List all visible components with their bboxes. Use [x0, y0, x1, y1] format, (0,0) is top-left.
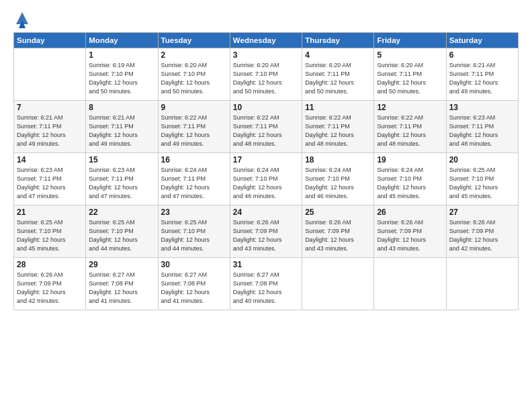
day-number: 16	[161, 155, 227, 165]
day-info: Sunrise: 6:20 AM Sunset: 7:11 PM Dayligh…	[377, 61, 443, 96]
day-number: 20	[449, 155, 515, 165]
calendar-cell: 31Sunrise: 6:27 AM Sunset: 7:08 PM Dayli…	[230, 258, 302, 310]
calendar-cell: 21Sunrise: 6:25 AM Sunset: 7:10 PM Dayli…	[14, 205, 86, 258]
day-number: 10	[233, 103, 299, 112]
day-info: Sunrise: 6:24 AM Sunset: 7:10 PM Dayligh…	[377, 166, 443, 201]
week-row-0: 1Sunrise: 6:19 AM Sunset: 7:10 PM Daylig…	[14, 48, 519, 101]
day-info: Sunrise: 6:23 AM Sunset: 7:11 PM Dayligh…	[449, 113, 515, 148]
day-number: 18	[305, 155, 371, 165]
header-day-monday: Monday	[86, 33, 158, 48]
calendar-cell: 4Sunrise: 6:20 AM Sunset: 7:11 PM Daylig…	[302, 48, 374, 101]
day-info: Sunrise: 6:19 AM Sunset: 7:10 PM Dayligh…	[89, 61, 154, 96]
day-number: 11	[305, 103, 371, 112]
day-number: 9	[161, 103, 227, 112]
day-number: 14	[17, 155, 83, 165]
day-info: Sunrise: 6:26 AM Sunset: 7:09 PM Dayligh…	[233, 218, 299, 253]
header	[13, 12, 519, 27]
calendar-cell	[374, 258, 446, 310]
calendar-cell: 5Sunrise: 6:20 AM Sunset: 7:11 PM Daylig…	[374, 48, 446, 101]
day-number: 17	[233, 155, 299, 165]
day-info: Sunrise: 6:26 AM Sunset: 7:09 PM Dayligh…	[305, 218, 371, 253]
calendar-cell: 15Sunrise: 6:23 AM Sunset: 7:11 PM Dayli…	[86, 153, 158, 205]
calendar-cell: 26Sunrise: 6:26 AM Sunset: 7:09 PM Dayli…	[374, 205, 446, 258]
week-row-2: 14Sunrise: 6:23 AM Sunset: 7:11 PM Dayli…	[14, 153, 519, 205]
day-info: Sunrise: 6:25 AM Sunset: 7:10 PM Dayligh…	[89, 218, 154, 253]
day-info: Sunrise: 6:21 AM Sunset: 7:11 PM Dayligh…	[17, 113, 83, 148]
week-row-3: 21Sunrise: 6:25 AM Sunset: 7:10 PM Dayli…	[14, 205, 519, 258]
day-number: 6	[449, 50, 515, 60]
calendar-cell: 27Sunrise: 6:26 AM Sunset: 7:09 PM Dayli…	[446, 205, 518, 258]
day-number: 7	[17, 103, 83, 112]
day-number: 21	[17, 208, 83, 217]
day-info: Sunrise: 6:27 AM Sunset: 7:08 PM Dayligh…	[161, 271, 227, 306]
day-info: Sunrise: 6:26 AM Sunset: 7:09 PM Dayligh…	[17, 271, 83, 306]
day-number: 15	[89, 155, 154, 165]
calendar-cell: 25Sunrise: 6:26 AM Sunset: 7:09 PM Dayli…	[302, 205, 374, 258]
calendar-cell: 6Sunrise: 6:21 AM Sunset: 7:11 PM Daylig…	[446, 48, 518, 101]
header-day-friday: Friday	[374, 33, 446, 48]
calendar-cell: 20Sunrise: 6:25 AM Sunset: 7:10 PM Dayli…	[446, 153, 518, 205]
calendar-cell	[446, 258, 518, 310]
day-number: 26	[377, 208, 443, 217]
day-info: Sunrise: 6:25 AM Sunset: 7:10 PM Dayligh…	[161, 218, 227, 253]
day-info: Sunrise: 6:22 AM Sunset: 7:11 PM Dayligh…	[377, 113, 443, 148]
header-day-saturday: Saturday	[446, 33, 518, 48]
day-number: 3	[233, 50, 299, 60]
calendar-cell: 19Sunrise: 6:24 AM Sunset: 7:10 PM Dayli…	[374, 153, 446, 205]
day-info: Sunrise: 6:25 AM Sunset: 7:10 PM Dayligh…	[17, 218, 83, 253]
calendar-cell: 9Sunrise: 6:22 AM Sunset: 7:11 PM Daylig…	[158, 101, 230, 153]
day-number: 4	[305, 50, 371, 60]
week-row-1: 7Sunrise: 6:21 AM Sunset: 7:11 PM Daylig…	[14, 101, 519, 153]
calendar-cell: 22Sunrise: 6:25 AM Sunset: 7:10 PM Dayli…	[86, 205, 158, 258]
calendar-cell: 30Sunrise: 6:27 AM Sunset: 7:08 PM Dayli…	[158, 258, 230, 310]
calendar-cell: 14Sunrise: 6:23 AM Sunset: 7:11 PM Dayli…	[14, 153, 86, 205]
day-info: Sunrise: 6:25 AM Sunset: 7:10 PM Dayligh…	[449, 166, 515, 201]
day-info: Sunrise: 6:20 AM Sunset: 7:10 PM Dayligh…	[233, 61, 299, 96]
day-number: 22	[89, 208, 154, 217]
day-number: 23	[161, 208, 227, 217]
day-number: 25	[305, 208, 371, 217]
page: SundayMondayTuesdayWednesdayThursdayFrid…	[0, 0, 532, 411]
calendar-cell: 24Sunrise: 6:26 AM Sunset: 7:09 PM Dayli…	[230, 205, 302, 258]
day-info: Sunrise: 6:27 AM Sunset: 7:08 PM Dayligh…	[89, 271, 154, 306]
day-number: 1	[89, 50, 154, 60]
day-info: Sunrise: 6:26 AM Sunset: 7:09 PM Dayligh…	[377, 218, 443, 253]
day-info: Sunrise: 6:20 AM Sunset: 7:10 PM Dayligh…	[161, 61, 227, 96]
day-number: 12	[377, 103, 443, 112]
calendar-table: SundayMondayTuesdayWednesdayThursdayFrid…	[13, 32, 519, 310]
day-info: Sunrise: 6:27 AM Sunset: 7:08 PM Dayligh…	[233, 271, 299, 306]
calendar-cell: 18Sunrise: 6:24 AM Sunset: 7:10 PM Dayli…	[302, 153, 374, 205]
header-day-sunday: Sunday	[14, 33, 86, 48]
day-info: Sunrise: 6:23 AM Sunset: 7:11 PM Dayligh…	[17, 166, 83, 201]
header-day-thursday: Thursday	[302, 33, 374, 48]
calendar-cell: 23Sunrise: 6:25 AM Sunset: 7:10 PM Dayli…	[158, 205, 230, 258]
header-day-wednesday: Wednesday	[230, 33, 302, 48]
day-info: Sunrise: 6:22 AM Sunset: 7:11 PM Dayligh…	[305, 113, 371, 148]
day-number: 29	[89, 260, 154, 269]
day-info: Sunrise: 6:20 AM Sunset: 7:11 PM Dayligh…	[305, 61, 371, 96]
day-number: 13	[449, 103, 515, 112]
logo	[13, 12, 30, 27]
day-info: Sunrise: 6:22 AM Sunset: 7:11 PM Dayligh…	[161, 113, 227, 148]
day-number: 30	[161, 260, 227, 269]
day-info: Sunrise: 6:21 AM Sunset: 7:11 PM Dayligh…	[89, 113, 154, 148]
calendar-cell: 10Sunrise: 6:22 AM Sunset: 7:11 PM Dayli…	[230, 101, 302, 153]
calendar-cell: 12Sunrise: 6:22 AM Sunset: 7:11 PM Dayli…	[374, 101, 446, 153]
calendar-cell	[302, 258, 374, 310]
day-number: 27	[449, 208, 515, 217]
header-day-tuesday: Tuesday	[158, 33, 230, 48]
day-info: Sunrise: 6:24 AM Sunset: 7:11 PM Dayligh…	[161, 166, 227, 201]
calendar-cell: 8Sunrise: 6:21 AM Sunset: 7:11 PM Daylig…	[86, 101, 158, 153]
day-info: Sunrise: 6:26 AM Sunset: 7:09 PM Dayligh…	[449, 218, 515, 253]
day-number: 8	[89, 103, 154, 112]
day-number: 24	[233, 208, 299, 217]
day-info: Sunrise: 6:23 AM Sunset: 7:11 PM Dayligh…	[89, 166, 154, 201]
calendar-cell: 3Sunrise: 6:20 AM Sunset: 7:10 PM Daylig…	[230, 48, 302, 101]
calendar-cell: 28Sunrise: 6:26 AM Sunset: 7:09 PM Dayli…	[14, 258, 86, 310]
calendar-cell: 29Sunrise: 6:27 AM Sunset: 7:08 PM Dayli…	[86, 258, 158, 310]
logo-icon	[15, 11, 30, 30]
day-number: 31	[233, 260, 299, 269]
calendar-cell: 17Sunrise: 6:24 AM Sunset: 7:10 PM Dayli…	[230, 153, 302, 205]
calendar-cell: 13Sunrise: 6:23 AM Sunset: 7:11 PM Dayli…	[446, 101, 518, 153]
calendar-cell	[14, 48, 86, 101]
